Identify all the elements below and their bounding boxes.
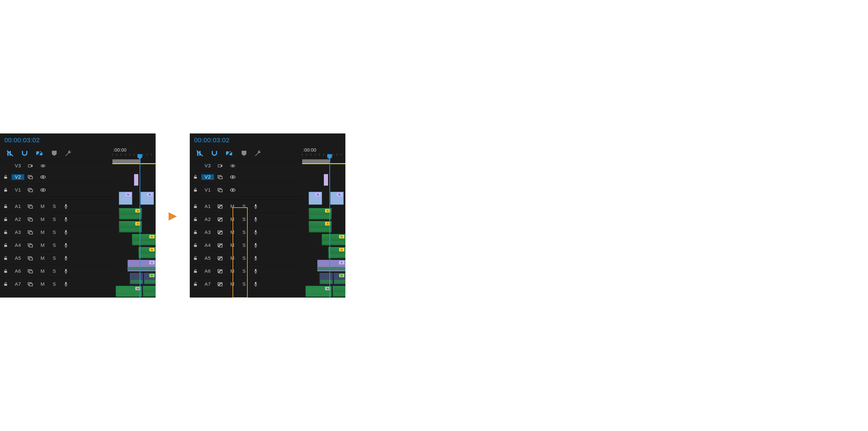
track-target-toggle[interactable]: A3 bbox=[12, 230, 24, 235]
solo-toggle[interactable]: S bbox=[238, 256, 250, 261]
solo-toggle[interactable]: S bbox=[238, 242, 250, 248]
mute-toggle[interactable]: M bbox=[37, 256, 49, 261]
track-lock-toggle[interactable] bbox=[0, 188, 12, 192]
fx-badge[interactable]: fx bbox=[149, 274, 155, 277]
track-lock-toggle[interactable] bbox=[190, 243, 202, 248]
solo-toggle[interactable]: S bbox=[238, 217, 250, 222]
track-target-toggle[interactable]: A4 bbox=[12, 242, 24, 248]
track-target-toggle[interactable]: A2 bbox=[12, 217, 24, 222]
voiceover-record-icon[interactable] bbox=[250, 282, 261, 287]
track-target-toggle[interactable]: A3 bbox=[202, 230, 214, 235]
track-lock-toggle[interactable] bbox=[0, 204, 12, 209]
track-lock-toggle[interactable] bbox=[0, 269, 12, 274]
voiceover-record-icon[interactable] bbox=[250, 256, 261, 261]
sync-lock-toggle[interactable] bbox=[24, 230, 37, 235]
track-lock-toggle[interactable] bbox=[190, 269, 202, 274]
sync-lock-toggle[interactable] bbox=[24, 161, 37, 171]
solo-toggle[interactable]: S bbox=[49, 281, 60, 287]
track-lock-toggle[interactable] bbox=[190, 230, 202, 235]
mute-toggle[interactable]: M bbox=[226, 256, 238, 261]
track-target-toggle[interactable]: V1 bbox=[202, 187, 214, 193]
voiceover-record-icon[interactable] bbox=[250, 204, 261, 209]
clip[interactable] bbox=[143, 286, 156, 297]
clip[interactable]: fx bbox=[127, 260, 156, 271]
fx-badge[interactable]: fx bbox=[315, 193, 320, 196]
solo-toggle[interactable]: S bbox=[238, 230, 250, 235]
clip[interactable]: fx bbox=[317, 260, 345, 271]
voiceover-record-icon[interactable] bbox=[250, 217, 261, 222]
clip[interactable] bbox=[319, 273, 333, 285]
clip[interactable]: fx bbox=[138, 247, 156, 259]
mute-toggle[interactable]: M bbox=[226, 281, 238, 287]
track-target-toggle[interactable]: A5 bbox=[12, 256, 24, 261]
toggle-track-output-icon[interactable] bbox=[226, 161, 239, 171]
sync-lock-toggle[interactable] bbox=[214, 256, 226, 261]
sync-lock-toggle[interactable] bbox=[24, 282, 37, 287]
mute-toggle[interactable]: M bbox=[226, 268, 238, 274]
mute-toggle[interactable]: M bbox=[37, 268, 49, 274]
track-lock-toggle[interactable] bbox=[190, 204, 202, 209]
playhead-line[interactable] bbox=[140, 157, 140, 298]
clip[interactable]: fx bbox=[119, 221, 142, 233]
voiceover-record-icon[interactable] bbox=[60, 243, 72, 248]
fx-badge[interactable]: fx bbox=[149, 248, 155, 251]
solo-toggle[interactable]: S bbox=[238, 281, 250, 287]
sync-lock-toggle[interactable] bbox=[214, 175, 226, 179]
track-target-toggle[interactable]: V1 bbox=[12, 187, 24, 193]
track-lock-toggle[interactable] bbox=[190, 256, 202, 261]
fx-badge[interactable]: fx bbox=[126, 193, 131, 196]
track-lock-toggle[interactable] bbox=[190, 188, 202, 192]
sync-lock-toggle[interactable] bbox=[24, 188, 37, 192]
solo-toggle[interactable]: S bbox=[49, 268, 60, 274]
sync-lock-toggle[interactable] bbox=[214, 204, 226, 209]
fx-badge[interactable]: fx bbox=[339, 235, 344, 238]
track-lock-toggle[interactable] bbox=[190, 161, 202, 171]
track-target-toggle[interactable]: A7 bbox=[12, 281, 24, 287]
mute-toggle[interactable]: M bbox=[37, 217, 49, 222]
clip[interactable]: fx bbox=[116, 286, 142, 297]
clip[interactable]: fx bbox=[309, 208, 332, 220]
sync-lock-toggle[interactable] bbox=[214, 188, 226, 192]
voiceover-record-icon[interactable] bbox=[60, 230, 72, 235]
toggle-track-output-icon[interactable] bbox=[37, 175, 49, 179]
clip[interactable] bbox=[333, 286, 345, 297]
clip[interactable]: fx bbox=[334, 273, 345, 285]
voiceover-record-icon[interactable] bbox=[60, 256, 72, 261]
fx-badge[interactable]: fx bbox=[339, 261, 344, 264]
sync-lock-toggle[interactable] bbox=[24, 269, 37, 274]
track-target-toggle[interactable]: A2 bbox=[202, 217, 214, 222]
solo-toggle[interactable]: S bbox=[49, 230, 60, 235]
track-lock-toggle[interactable] bbox=[0, 161, 12, 171]
clip[interactable]: fx bbox=[328, 247, 345, 259]
clip[interactable]: fx bbox=[119, 208, 142, 220]
clip[interactable]: fx bbox=[309, 221, 332, 233]
fx-badge[interactable]: fx bbox=[149, 235, 155, 238]
track-target-toggle[interactable]: A1 bbox=[202, 204, 214, 209]
track-lock-toggle[interactable] bbox=[190, 217, 202, 222]
sync-lock-toggle[interactable] bbox=[24, 175, 37, 179]
fx-badge[interactable]: fx bbox=[147, 193, 152, 196]
sync-lock-toggle[interactable] bbox=[214, 269, 226, 274]
track-lock-toggle[interactable] bbox=[0, 217, 12, 222]
solo-toggle[interactable]: S bbox=[49, 256, 60, 261]
track-lock-toggle[interactable] bbox=[0, 230, 12, 235]
clip[interactable] bbox=[324, 174, 328, 186]
solo-toggle[interactable]: S bbox=[238, 204, 250, 209]
voiceover-record-icon[interactable] bbox=[60, 269, 72, 274]
snap-icon[interactable] bbox=[21, 150, 28, 157]
time-ruler[interactable]: :00:00 bbox=[113, 147, 156, 156]
track-target-toggle[interactable]: A5 bbox=[202, 256, 214, 261]
clip[interactable]: fx bbox=[132, 234, 156, 245]
track-lock-toggle[interactable] bbox=[190, 282, 202, 287]
track-target-toggle[interactable]: V3 bbox=[202, 161, 214, 171]
solo-toggle[interactable]: S bbox=[238, 268, 250, 274]
clip[interactable]: fx bbox=[141, 192, 154, 205]
sync-lock-toggle[interactable] bbox=[214, 282, 226, 287]
clip[interactable]: fx bbox=[309, 192, 322, 205]
track-lock-toggle[interactable] bbox=[0, 256, 12, 261]
track-lock-toggle[interactable] bbox=[190, 175, 202, 179]
fx-badge[interactable]: fx bbox=[339, 248, 344, 251]
add-marker-icon[interactable] bbox=[241, 150, 247, 156]
track-target-toggle[interactable]: V2 bbox=[202, 174, 214, 180]
sync-lock-toggle[interactable] bbox=[24, 243, 37, 248]
